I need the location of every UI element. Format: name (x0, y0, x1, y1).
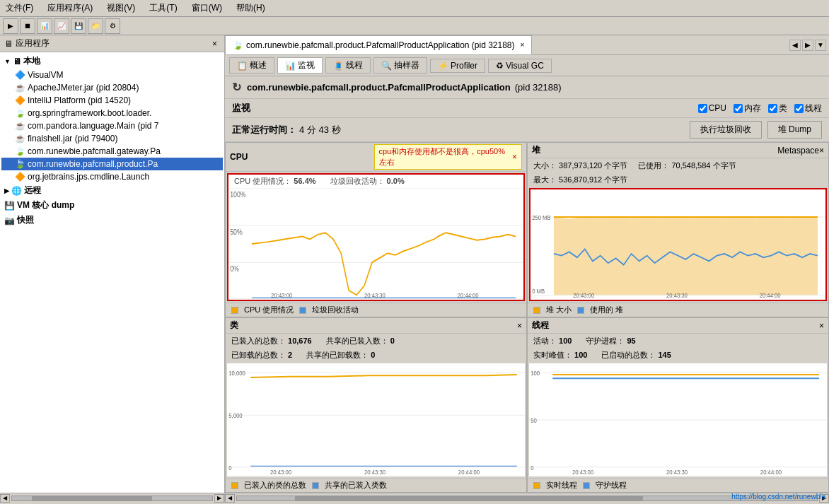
left-scroll-left[interactable]: ◀ (0, 494, 10, 503)
thread-chart-header: 线程 × (528, 318, 828, 334)
check-thread[interactable]: 线程 (794, 102, 822, 115)
heap-chart-close[interactable]: × (819, 146, 824, 156)
toolbar-btn-7[interactable]: ⚙ (105, 18, 120, 34)
left-panel-close[interactable]: × (209, 39, 220, 49)
overview-icon: 📋 (237, 61, 248, 71)
heap-legend-label2: 使用的 堆 (590, 305, 623, 315)
svg-rect-0 (228, 188, 523, 300)
svg-text:20:43:30: 20:43:30 (364, 469, 385, 476)
toolbar-btn-1[interactable]: ▶ (3, 18, 18, 34)
runtime-value: 4 分 43 秒 (299, 124, 341, 136)
tab-overview[interactable]: 📋 概述 (229, 57, 274, 74)
tree-item-label: com.runewbie.pafcmall.gateway.Pa (28, 146, 161, 156)
thread-chart-canvas: 100 50 0 20:43:00 20:43:30 20:44:00 (529, 363, 827, 476)
gc-button[interactable]: 执行垃圾回收 (690, 121, 762, 139)
class-legend: 已装入的类的总数 共享的已装入类数 (226, 478, 526, 492)
menu-help[interactable]: 帮助(H) (233, 1, 268, 15)
heap-legend-dot1 (533, 307, 540, 314)
class-chart-close[interactable]: × (517, 321, 522, 331)
menu-window[interactable]: 窗口(W) (189, 1, 225, 15)
thread-chart-close[interactable]: × (819, 321, 824, 331)
refresh-icon[interactable]: ↻ (232, 81, 241, 94)
tab-thread[interactable]: 🧵 线程 (325, 57, 371, 74)
check-memory[interactable]: 内存 (734, 102, 761, 115)
check-cpu[interactable]: CPU (698, 103, 726, 113)
tree-item-label: org.springframework.boot.loader. (28, 108, 151, 118)
checkbox-cpu[interactable] (698, 104, 707, 113)
checkbox-class[interactable] (768, 104, 777, 113)
monitor-icon: 📊 (285, 61, 296, 71)
tree-item-visualvm[interactable]: 🔷 VisualVM (1, 69, 223, 81)
scroll-track[interactable] (236, 496, 818, 501)
check-class[interactable]: 类 (768, 102, 787, 115)
tab-nav-right[interactable]: ▶ (802, 40, 813, 51)
check-memory-label: 内存 (744, 102, 761, 115)
main-tab-close[interactable]: × (521, 41, 525, 49)
left-panel: 🖥 应用程序 × ▼ 🖥 本地 🔷 VisualVM ☕ ApacheJMete… (0, 35, 225, 503)
menu-file[interactable]: 文件(F) (3, 1, 36, 15)
tab-nav-down[interactable]: ▼ (815, 40, 826, 51)
tree-item-label: com.runewbie.pafcmall.product.Pa (28, 159, 158, 169)
runtime-label: 正常运行时间： (232, 124, 296, 136)
heap-used-value: 70,548,584 个字节 (671, 161, 736, 170)
tree-item-gateway[interactable]: 🍃 com.runewbie.pafcmall.gateway.Pa (1, 145, 223, 158)
tree-item-intellij[interactable]: 🔶 IntelliJ Platform (pid 14520) (1, 94, 223, 107)
snapshot-section[interactable]: 📷 快照 (1, 213, 223, 228)
svg-text:20:43:30: 20:43:30 (364, 292, 385, 300)
tab-visual-gc[interactable]: ♻ Visual GC (488, 59, 552, 73)
heap-legend-label1: 堆 大小 (546, 305, 572, 315)
tab-monitor[interactable]: 📊 监视 (277, 57, 323, 74)
svg-text:250 MB: 250 MB (532, 213, 551, 221)
left-panel-title-text: 应用程序 (16, 37, 50, 49)
class-shared-unloaded-label: 共享的已卸载数： 0 (306, 350, 375, 361)
tree-item-jmeter[interactable]: ☕ ApacheJMeter.jar (pid 20804) (1, 81, 223, 94)
popup-close-icon[interactable]: × (512, 152, 517, 162)
tree-item-label: org.jetbrains.jps.cmdline.Launch (28, 172, 149, 182)
menu-view[interactable]: 视图(V) (104, 1, 138, 15)
cpu-legend-dot1 (231, 307, 238, 314)
heap-max-label: 最大： (533, 175, 557, 184)
thread-daemon-label: 守护进程： 95 (586, 336, 635, 346)
left-scroll-right[interactable]: ▶ (214, 494, 224, 503)
toolbar-btn-5[interactable]: 💾 (71, 18, 86, 34)
svg-text:20:43:00: 20:43:00 (573, 292, 594, 300)
menu-tools[interactable]: 工具(T) (146, 1, 180, 15)
scroll-left-btn[interactable]: ◀ (225, 494, 235, 503)
heap-legend: 堆 大小 使用的 堆 (528, 303, 828, 317)
tree-item-jetbrains[interactable]: 🔶 org.jetbrains.jps.cmdline.Launch (1, 170, 223, 183)
vm-dump-label: VM 核心 dump (17, 199, 74, 211)
toolbar-btn-3[interactable]: 📊 (37, 18, 52, 34)
main-tab[interactable]: 🍃 com.runewbie.pafcmall.product.Pafcmall… (225, 35, 532, 54)
tree-item-label: finalshell.jar (pid 79400) (28, 134, 117, 143)
thread-peak-label: 实时峰值： 100 (533, 350, 587, 361)
tree-item-pandora[interactable]: ☕ com.pandora.language.Main (pid 7 (1, 119, 223, 132)
check-class-label: 类 (779, 102, 787, 115)
app-title-bar: ↻ com.runewbie.pafcmall.product.Pafcmall… (225, 76, 829, 99)
checkbox-memory[interactable] (734, 104, 743, 113)
remote-label: 远程 (24, 184, 41, 197)
svg-text:0 MB: 0 MB (532, 287, 545, 295)
tree-item-spring[interactable]: 🍃 org.springframework.boot.loader. (1, 107, 223, 119)
cpu-chart-panel: CPU cpu和内存使用都不是很高，cpu50%左右 × CPU 使用情况： 5… (225, 142, 527, 317)
watermark: https://blog.csdn.net/runewbie (731, 493, 825, 500)
heap-button[interactable]: 堆 Dump (767, 121, 822, 139)
tree-item-product[interactable]: 🍃 com.runewbie.pafcmall.product.Pa (1, 158, 223, 170)
remote-section[interactable]: ▶ 🌐 远程 (1, 183, 223, 198)
menu-app[interactable]: 应用程序(A) (45, 1, 95, 15)
tab-profiler[interactable]: ⚡ Profiler (430, 59, 485, 73)
cpu-chart-inner: CPU 使用情况： 56.4% 垃圾回收活动： 0.0% (227, 173, 525, 301)
left-scroll-track[interactable] (11, 496, 213, 501)
toolbar-btn-4[interactable]: 📈 (54, 18, 69, 34)
toolbar-btn-6[interactable]: 📁 (88, 18, 103, 34)
toolbar-btn-2[interactable]: ⏹ (20, 18, 35, 34)
heap-chart-inner: 250 MB 0 MB 20:43:00 20:43:30 20:44:00 (529, 188, 827, 301)
tree-item-finalshell[interactable]: ☕ finalshell.jar (pid 79400) (1, 132, 223, 145)
vm-dump-section[interactable]: 💾 VM 核心 dump (1, 198, 223, 213)
checkbox-thread[interactable] (794, 104, 804, 113)
tab-sampler[interactable]: 🔍 抽样器 (373, 57, 427, 74)
tab-nav-left[interactable]: ◀ (789, 40, 801, 51)
class-chart-header: 类 × (226, 318, 526, 334)
local-section[interactable]: ▼ 🖥 本地 (1, 54, 223, 69)
cpu-legend-label2: 垃圾回收活动 (312, 305, 359, 315)
heap-used-label: 已使用： (638, 161, 669, 170)
